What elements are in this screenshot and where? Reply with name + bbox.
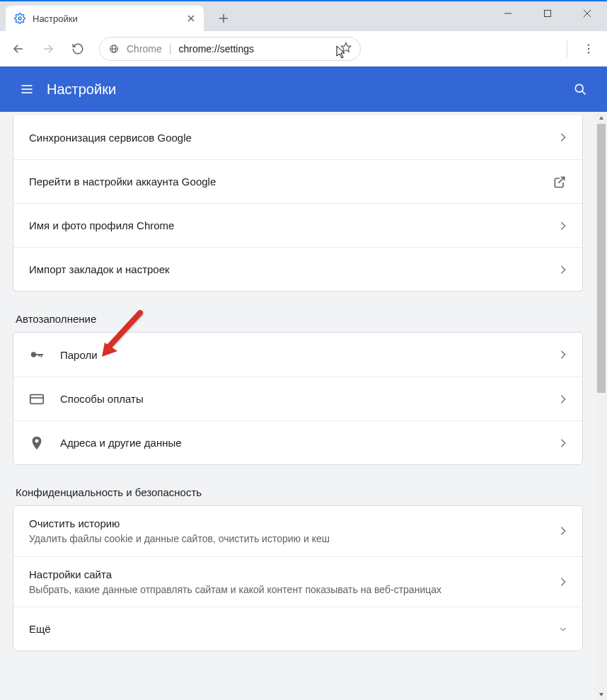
svg-point-15 xyxy=(588,44,589,45)
svg-point-27 xyxy=(31,352,36,357)
key-icon xyxy=(29,347,60,362)
chevron-right-icon xyxy=(560,394,567,404)
search-button[interactable] xyxy=(566,75,594,103)
chevron-right-icon xyxy=(560,221,567,231)
reload-button[interactable] xyxy=(65,36,91,62)
browser-tab[interactable]: Настройки xyxy=(6,6,204,31)
svg-rect-32 xyxy=(30,394,43,403)
chevron-right-icon xyxy=(560,132,567,142)
autofill-card: Пароли Способы оплаты Адреса и другие да… xyxy=(13,332,583,465)
titlebar: Настройки xyxy=(0,1,607,31)
svg-rect-6 xyxy=(545,11,551,17)
scroll-up-button[interactable] xyxy=(596,112,607,124)
svg-point-16 xyxy=(588,47,589,49)
row-google-account[interactable]: Перейти в настройки аккаунта Google xyxy=(13,159,582,203)
sync-card: Синхронизация сервисов Google Перейти в … xyxy=(13,115,583,292)
svg-point-17 xyxy=(588,52,589,53)
hamburger-menu-button[interactable] xyxy=(13,75,41,103)
scroll-thumb[interactable] xyxy=(597,124,606,393)
svg-marker-34 xyxy=(561,394,565,403)
row-payment-methods[interactable]: Способы оплаты xyxy=(13,377,582,420)
row-title: Перейти в настройки аккаунта Google xyxy=(29,174,553,189)
svg-point-21 xyxy=(575,84,583,92)
svg-marker-37 xyxy=(561,578,565,586)
credit-card-icon xyxy=(29,391,60,407)
window-close-button[interactable] xyxy=(567,1,607,25)
row-title: Синхронизация сервисов Google xyxy=(29,130,560,145)
svg-marker-38 xyxy=(560,628,567,631)
svg-marker-39 xyxy=(599,116,603,120)
chevron-down-icon xyxy=(560,624,567,634)
address-bar[interactable]: Chrome | chrome://settings xyxy=(99,37,361,61)
settings-header: Настройки xyxy=(0,67,607,112)
scroll-down-button[interactable] xyxy=(596,688,607,700)
forward-button[interactable] xyxy=(35,36,61,62)
toolbar-separator xyxy=(567,40,567,57)
svg-marker-25 xyxy=(561,221,565,229)
section-privacy-title: Конфиденциальность и безопасность xyxy=(16,486,580,498)
chevron-right-icon xyxy=(560,438,567,448)
window-maximize-button[interactable] xyxy=(528,1,567,25)
scrollbar[interactable] xyxy=(596,112,607,700)
chevron-right-icon xyxy=(560,577,567,587)
window-controls xyxy=(488,1,607,25)
tab-title: Настройки xyxy=(33,13,185,24)
row-title: Имя и фото профиля Chrome xyxy=(29,218,560,233)
external-link-icon xyxy=(553,175,567,189)
svg-marker-31 xyxy=(561,350,565,359)
row-title: Импорт закладок и настроек xyxy=(29,262,560,277)
chevron-right-icon xyxy=(560,526,567,536)
row-import-bookmarks[interactable]: Импорт закладок и настроек xyxy=(13,247,582,291)
address-host: Chrome xyxy=(127,43,162,54)
back-button[interactable] xyxy=(6,36,31,62)
row-title: Способы оплаты xyxy=(60,391,560,406)
row-more[interactable]: Ещё xyxy=(13,607,582,650)
row-title: Ещё xyxy=(29,621,560,636)
svg-rect-29 xyxy=(41,354,42,357)
privacy-card: Очистить историю Удалить файлы cookie и … xyxy=(13,505,583,651)
browser-toolbar: Chrome | chrome://settings xyxy=(0,31,607,67)
bookmark-star-icon[interactable] xyxy=(340,42,352,56)
window-minimize-button[interactable] xyxy=(488,1,528,25)
gear-icon xyxy=(14,13,25,24)
address-path: chrome://settings xyxy=(178,43,254,54)
row-subtitle: Выбрать, какие данные отправлять сайтам … xyxy=(29,583,560,597)
address-separator: | xyxy=(169,43,172,54)
chevron-right-icon xyxy=(560,350,567,360)
svg-line-22 xyxy=(582,91,586,95)
tab-close-button[interactable] xyxy=(185,13,197,24)
svg-point-0 xyxy=(18,17,21,20)
row-profile-name[interactable]: Имя и фото профиля Chrome xyxy=(13,203,582,247)
settings-title: Настройки xyxy=(47,81,116,98)
browser-menu-button[interactable] xyxy=(576,36,601,62)
section-autofill-title: Автозаполнение xyxy=(16,313,580,325)
svg-marker-26 xyxy=(561,265,565,273)
row-sync-services[interactable]: Синхронизация сервисов Google xyxy=(13,115,582,159)
row-title: Адреса и другие данные xyxy=(60,435,560,450)
svg-rect-30 xyxy=(38,354,40,357)
site-info-icon[interactable] xyxy=(108,43,120,54)
new-tab-button[interactable] xyxy=(214,8,233,28)
row-passwords[interactable]: Пароли xyxy=(13,333,582,377)
svg-marker-36 xyxy=(561,527,565,535)
svg-marker-35 xyxy=(561,438,565,447)
svg-marker-23 xyxy=(561,133,565,142)
settings-content: Синхронизация сервисов Google Перейти в … xyxy=(0,112,596,700)
row-clear-browsing[interactable]: Очистить историю Удалить файлы cookie и … xyxy=(13,506,582,556)
scroll-track[interactable] xyxy=(596,124,607,688)
row-title: Очистить историю xyxy=(29,516,560,531)
row-title: Пароли xyxy=(60,348,560,362)
row-subtitle: Удалить файлы cookie и данные сайтов, оч… xyxy=(29,532,560,546)
svg-marker-40 xyxy=(599,693,603,696)
row-addresses[interactable]: Адреса и другие данные xyxy=(13,420,582,464)
chevron-right-icon xyxy=(560,265,567,275)
svg-marker-14 xyxy=(341,42,350,52)
settings-viewport: Синхронизация сервисов Google Перейти в … xyxy=(0,112,607,700)
row-site-settings[interactable]: Настройки сайта Выбрать, какие данные от… xyxy=(13,556,582,607)
row-title: Настройки сайта xyxy=(29,567,560,582)
location-pin-icon xyxy=(29,435,60,451)
